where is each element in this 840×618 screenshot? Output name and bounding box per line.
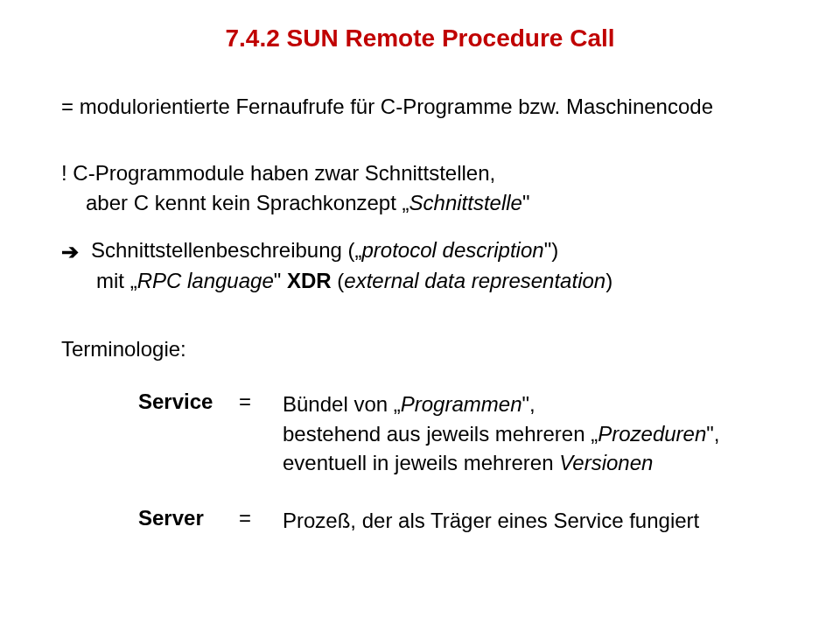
text-italic-external-data-representation: external data representation [344,269,606,292]
text-fragment: eventuell in jeweils mehreren [283,451,559,474]
text-fragment: ", [706,422,719,446]
text-fragment: ) [606,269,612,292]
remark-schnittstellen-2: aber C kennt kein Sprachkonzept „Schnitt… [86,191,779,215]
definition-modulorientierte: = modulorientierte Fernaufrufe für C-Pro… [61,95,779,119]
text-fragment: " [274,269,287,292]
definitions-list: Service=Bündel von „Programmen",bestehen… [61,390,779,535]
text-fragment: Bündel von „ [283,392,401,416]
text-fragment: ", [522,392,535,416]
text-italic: Versionen [559,451,653,474]
text-fragment: ") [544,238,559,262]
text-italic-protocol-description: protocol description [362,238,544,262]
arrow-text: Schnittstellenbeschreibung („protocol de… [91,238,558,263]
text-fragment: Schnittstellenbeschreibung („ [91,238,362,262]
text-fragment: aber C kennt kein Sprachkonzept „ [86,191,410,214]
document-page: 7.4.2 SUN Remote Procedure Call = modulo… [0,0,840,618]
section-title: 7.4.2 SUN Remote Procedure Call [61,25,779,53]
arrow-line: ➔ Schnittstellenbeschreibung („protocol … [61,238,779,265]
text-fragment: " [522,191,530,214]
text-italic: Prozeduren [598,422,706,446]
text-fragment: Prozeß, der als Träger eines Service fun… [283,509,699,532]
text-fragment: mit „ [96,269,137,292]
definition-label: Server [61,506,239,536]
text-italic-schnittstelle: Schnittstelle [410,191,522,214]
definition-row: Server=Prozeß, der als Träger eines Serv… [61,506,779,536]
definition-body: Prozeß, der als Träger eines Service fun… [283,506,779,536]
equals-sign: = [239,506,283,536]
text-italic-rpc-language: RPC language [137,269,274,292]
definition-label: Service [61,390,239,478]
remark-schnittstellen-1: ! C-Programmodule haben zwar Schnittstel… [61,161,779,186]
equals-sign: = [239,390,283,478]
text-bold-xdr: XDR [287,269,332,292]
terminologie-header: Terminologie: [61,337,779,362]
definition-body: Bündel von „Programmen",bestehend aus je… [283,390,779,478]
mit-line: mit „RPC language" XDR (external data re… [96,269,779,293]
text-italic: Programmen [401,392,522,416]
text-fragment: ( [332,269,345,292]
arrow-icon: ➔ [61,238,79,265]
text-fragment: bestehend aus jeweils mehreren „ [283,422,598,446]
definition-row: Service=Bündel von „Programmen",bestehen… [61,390,779,478]
